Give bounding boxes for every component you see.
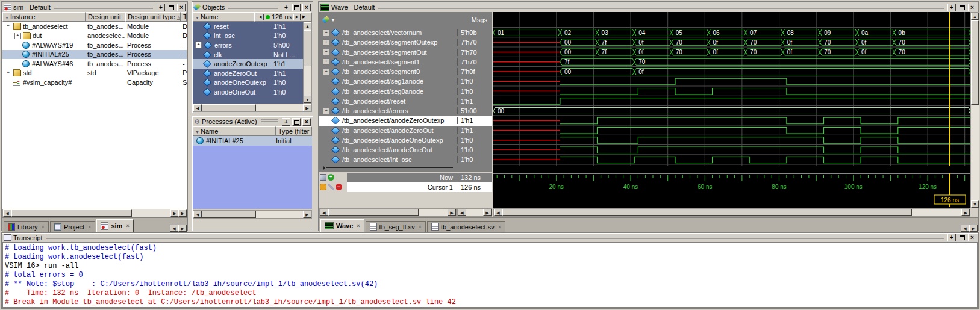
add-button[interactable]: +: [947, 4, 956, 11]
titlebar-drag-handle[interactable]: [228, 5, 278, 10]
expand-icon[interactable]: +: [323, 49, 329, 55]
wrench-icon[interactable]: [328, 184, 334, 190]
expand-icon[interactable]: +: [323, 108, 329, 114]
wave-signal-row[interactable]: /tb_anodeselect/int_osc1'h0: [319, 155, 492, 164]
tree-row[interactable]: −tb_anodeselecttb_anodes...ModuleDU: [2, 22, 187, 31]
close-tab-icon[interactable]: ×: [498, 224, 501, 230]
wave-signal-row[interactable]: +/tb_anodeselect/segment17'h70: [319, 57, 492, 67]
scroll-left-icon[interactable]: ◀: [458, 209, 466, 216]
scroll-up-icon[interactable]: ▲: [971, 13, 979, 20]
titlebar-drag-handle[interactable]: [378, 5, 944, 10]
waveform-canvas[interactable]: 0102030405060708090a0b007f0f700f700f700f…: [493, 12, 970, 208]
scroll-right-icon[interactable]: ▶: [303, 211, 311, 218]
close-tab-icon[interactable]: ×: [88, 224, 91, 230]
tab-scroll-left-icon[interactable]: ◀: [170, 225, 178, 232]
undock-button[interactable]: [167, 4, 175, 11]
column-header-design-unit-type[interactable]: Design unit type △: [125, 12, 181, 22]
object-row[interactable]: +errors5'h00: [193, 40, 305, 50]
edit-icon[interactable]: [320, 174, 326, 181]
transcript-console[interactable]: # Loading work.tb_anodeselect(fast)# Loa…: [2, 242, 978, 308]
scroll-right-icon[interactable]: ▶: [448, 209, 456, 216]
column-header-instance[interactable]: ▼Instance: [2, 12, 86, 22]
close-tab-icon[interactable]: ×: [126, 223, 129, 229]
object-row[interactable]: clkNot L...: [193, 50, 305, 60]
scroll-down-icon[interactable]: ▼: [971, 200, 979, 208]
scrollbar-thumb[interactable]: [304, 30, 311, 66]
tab-scroll-left-icon[interactable]: ◀: [961, 225, 969, 232]
scrollbar-thumb[interactable]: [971, 20, 979, 105]
tree-row[interactable]: #INITIAL#25tb_anodes...Process-: [2, 50, 187, 60]
scroll-right-icon[interactable]: ▶: [961, 209, 970, 216]
delete-cursor-icon[interactable]: −: [336, 184, 342, 190]
objects-vertical-scrollbar[interactable]: ▲ ▼: [303, 22, 312, 104]
wave-signal-row[interactable]: /tb_anodeselect/reset1'h1: [319, 96, 492, 106]
wave-signal-row[interactable]: +/tb_anodeselect/segmentOut7'h70: [319, 48, 492, 57]
undock-button[interactable]: [292, 4, 301, 11]
titlebar-drag-handle[interactable]: [54, 5, 153, 10]
sim-horizontal-scrollbar[interactable]: ◀ ▶: [2, 209, 179, 217]
process-row[interactable]: #INITIAL#25Initial: [193, 136, 312, 146]
expand-icon[interactable]: +: [323, 29, 329, 36]
wave-vertical-scrollbar[interactable]: ▲ ▼: [970, 12, 979, 208]
scroll-left-icon[interactable]: ◀: [320, 209, 328, 216]
scroll-left-icon[interactable]: ◀: [3, 209, 11, 217]
expand-icon[interactable]: +: [323, 58, 329, 65]
object-row[interactable]: anodeZeroOutexp1'h1: [193, 59, 305, 69]
wave-signal-row[interactable]: +/tb_anodeselect/vectornum5'h0b: [319, 28, 492, 37]
scroll-right-icon[interactable]: ▶: [170, 209, 179, 217]
wave-titlebar[interactable]: Wave - Default + ×: [319, 2, 978, 12]
scroll-right-icon[interactable]: ▶: [303, 104, 311, 111]
scroll-down-icon[interactable]: ▼: [304, 96, 311, 103]
object-row[interactable]: reset1'h1: [193, 22, 305, 31]
close-tab-icon[interactable]: ×: [42, 224, 45, 230]
scrollbar-thumb[interactable]: [11, 209, 132, 217]
wave-signal-row[interactable]: +/tb_anodeselect/errors5'h00: [319, 106, 492, 116]
wave-signal-row[interactable]: /tb_anodeselect/anodeOneOut1'h0: [319, 145, 492, 155]
close-button[interactable]: ×: [302, 118, 311, 126]
chevron-down-icon[interactable]: ▼: [331, 17, 336, 23]
processes-titlebar[interactable]: ⚙ Processes (Active) + ×: [193, 117, 312, 126]
header-pager-icon[interactable]: ▶: [302, 14, 305, 19]
sim-titlebar[interactable]: sim - Default + ×: [2, 2, 187, 12]
tab-scroll-right-icon[interactable]: ▶: [178, 225, 187, 232]
tree-row[interactable]: #ALWAYS#46tb_anodes...Process-: [2, 59, 187, 69]
object-row[interactable]: anodeOneOut1'h0: [193, 87, 305, 97]
scroll-left-icon[interactable]: ◀: [193, 211, 202, 218]
scrollbar-thumb[interactable]: [502, 209, 912, 216]
tab-tb-seg-ff-sv[interactable]: tb_seg_ff.sv×: [366, 221, 426, 232]
column-header-type[interactable]: Type (filter: [276, 126, 312, 136]
scroll-right-icon[interactable]: ▶: [483, 209, 492, 216]
tab-project[interactable]: Project×: [50, 221, 96, 232]
close-tab-icon[interactable]: ×: [419, 224, 422, 230]
objects-horizontal-scrollbar[interactable]: ◀ ▶: [193, 104, 312, 112]
undock-button[interactable]: [292, 118, 301, 126]
close-button[interactable]: ×: [968, 4, 976, 11]
collapse-icon[interactable]: −: [5, 23, 11, 29]
column-header-name[interactable]: ▼Name: [193, 126, 276, 136]
processes-horizontal-scrollbar[interactable]: ◀ ▶: [193, 210, 312, 219]
wave-signal-row[interactable]: /tb_anodeselect/anodeZeroOutexp1'h1: [319, 116, 492, 125]
scrollbar-thumb[interactable]: [202, 104, 256, 111]
scroll-left-icon[interactable]: ◀: [494, 209, 502, 216]
wave-signal-row[interactable]: /tb_anodeselect/seg1anode1'h0: [319, 76, 492, 86]
expand-icon[interactable]: +: [323, 69, 329, 75]
canvas-horizontal-scrollbar[interactable]: ◀ ▶: [493, 208, 970, 217]
signal-group-icon[interactable]: [323, 17, 329, 23]
scrollbar-thumb[interactable]: [202, 211, 256, 218]
add-cursor-icon[interactable]: +: [328, 174, 334, 181]
tab-library[interactable]: Library×: [4, 221, 49, 232]
add-button[interactable]: +: [282, 4, 290, 11]
cursor-row[interactable]: − Cursor 1 126 ns: [319, 182, 492, 192]
tree-row[interactable]: +stdstdVlPackagePa: [2, 69, 187, 78]
titlebar-drag-handle[interactable]: [46, 235, 944, 240]
tree-row[interactable]: #vsim_capacity#CapacitySt: [2, 78, 187, 87]
wave-signal-row[interactable]: +/tb_anodeselect/segment07'h0f: [319, 67, 492, 76]
filter-icon[interactable]: ▼: [5, 16, 9, 20]
tab-sim[interactable]: sim×: [96, 219, 133, 232]
close-button[interactable]: ×: [177, 4, 186, 11]
expand-icon[interactable]: +: [14, 33, 21, 39]
expand-icon[interactable]: +: [195, 42, 202, 48]
wave-signal-row[interactable]: /tb_anodeselect/anodeZeroOut1'h1: [319, 126, 492, 135]
titlebar-drag-handle[interactable]: [261, 119, 278, 125]
wave-signal-row[interactable]: /tb_anodeselect/seg0anode1'h0: [319, 87, 492, 96]
